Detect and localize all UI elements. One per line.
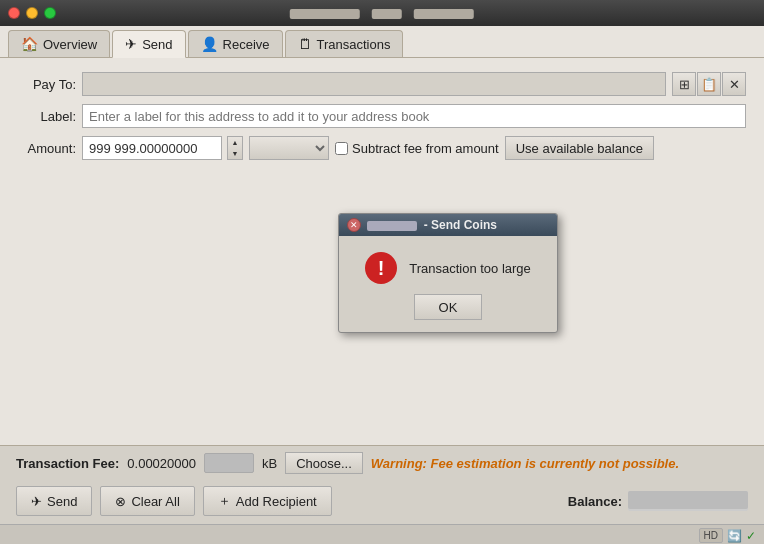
tab-transactions-label: Transactions (317, 37, 391, 52)
fee-row: Transaction Fee: 0.00020000 kB Choose...… (0, 446, 764, 480)
error-icon: ! (365, 252, 397, 284)
tab-overview[interactable]: 🏠 Overview (8, 30, 110, 57)
main-content: Pay To: ⊞ 📋 ✕ Label: Amount: ▲ ▼ Subtrac… (0, 58, 764, 544)
send-button[interactable]: ✈ Send (16, 486, 92, 516)
tab-overview-label: Overview (43, 37, 97, 52)
add-btn-label: Add Recipient (236, 494, 317, 509)
amount-down-button[interactable]: ▼ (228, 148, 242, 159)
subtract-fee-checkbox[interactable] (335, 142, 348, 155)
tab-send[interactable]: ✈ Send (112, 30, 185, 58)
balance-area: Balance: (568, 491, 748, 511)
add-icon: ＋ (218, 492, 231, 510)
use-balance-button[interactable]: Use available balance (505, 136, 654, 160)
transactions-icon: 🗒 (298, 36, 312, 52)
clear-address-button[interactable]: ✕ (722, 72, 746, 96)
tab-receive-label: Receive (223, 37, 270, 52)
balance-label: Balance: (568, 494, 622, 509)
currency-select[interactable] (249, 136, 329, 160)
dialog-ok-button[interactable]: OK (414, 294, 483, 320)
amount-spinner: ▲ ▼ (227, 136, 243, 160)
label-field-label: Label: (18, 109, 76, 124)
titlebar (0, 0, 764, 26)
tab-receive[interactable]: 👤 Receive (188, 30, 283, 57)
pay-to-label: Pay To: (18, 77, 76, 92)
nav-tabs: 🏠 Overview ✈ Send 👤 Receive 🗒 Transactio… (0, 26, 764, 58)
pay-to-row: Pay To: ⊞ 📋 ✕ (18, 72, 746, 96)
home-icon: 🏠 (21, 36, 38, 52)
window-title (290, 7, 474, 19)
dialog-close-button[interactable]: ✕ (347, 218, 361, 232)
dialog-title: - Send Coins (367, 218, 497, 232)
check-icon: ✓ (746, 529, 756, 543)
label-input[interactable] (82, 104, 746, 128)
label-row: Label: (18, 104, 746, 128)
dialog-message-row: ! Transaction too large (365, 252, 531, 284)
fee-label: Transaction Fee: (16, 456, 119, 471)
fee-value: 0.00020000 (127, 456, 196, 471)
receive-icon: 👤 (201, 36, 218, 52)
clear-all-button[interactable]: ⊗ Clear All (100, 486, 194, 516)
pay-to-buttons: ⊞ 📋 ✕ (672, 72, 746, 96)
tab-send-label: Send (142, 37, 172, 52)
balance-value (628, 491, 748, 511)
statusbar: HD 🔄 ✓ (0, 524, 764, 544)
sync-icon: 🔄 (727, 529, 742, 543)
maximize-button[interactable] (44, 7, 56, 19)
address-book-button[interactable]: ⊞ (672, 72, 696, 96)
hd-indicator: HD (699, 528, 723, 543)
send-btn-icon: ✈ (31, 494, 42, 509)
amount-input[interactable] (82, 136, 222, 160)
close-button[interactable] (8, 7, 20, 19)
amount-label: Amount: (18, 141, 76, 156)
fee-warning: Warning: Fee estimation is currently not… (371, 456, 679, 471)
dialog-overlay: ✕ - Send Coins ! Transaction too large O… (338, 213, 558, 333)
fee-unit-input[interactable] (204, 453, 254, 473)
amount-row: Amount: ▲ ▼ Subtract fee from amount Use… (18, 136, 746, 160)
dialog-titlebar: ✕ - Send Coins (339, 214, 557, 236)
choose-fee-button[interactable]: Choose... (285, 452, 363, 474)
tab-transactions[interactable]: 🗒 Transactions (285, 30, 404, 57)
dialog-message: Transaction too large (409, 261, 531, 276)
clear-icon: ⊗ (115, 494, 126, 509)
paste-button[interactable]: 📋 (697, 72, 721, 96)
send-icon: ✈ (125, 36, 137, 52)
amount-up-button[interactable]: ▲ (228, 137, 242, 148)
send-coins-dialog: ✕ - Send Coins ! Transaction too large O… (338, 213, 558, 333)
middle-area: ✕ - Send Coins ! Transaction too large O… (18, 168, 746, 378)
action-row: ✈ Send ⊗ Clear All ＋ Add Recipient Balan… (0, 480, 764, 524)
send-btn-label: Send (47, 494, 77, 509)
bottom-area: Transaction Fee: 0.00020000 kB Choose...… (0, 445, 764, 544)
pay-to-input[interactable] (82, 72, 666, 96)
subtract-fee-label: Subtract fee from amount (352, 141, 499, 156)
minimize-button[interactable] (26, 7, 38, 19)
add-recipient-button[interactable]: ＋ Add Recipient (203, 486, 332, 516)
clear-btn-label: Clear All (131, 494, 179, 509)
dialog-body: ! Transaction too large OK (339, 236, 557, 332)
fee-unit-label: kB (262, 456, 277, 471)
subtract-fee-checkbox-label: Subtract fee from amount (335, 141, 499, 156)
